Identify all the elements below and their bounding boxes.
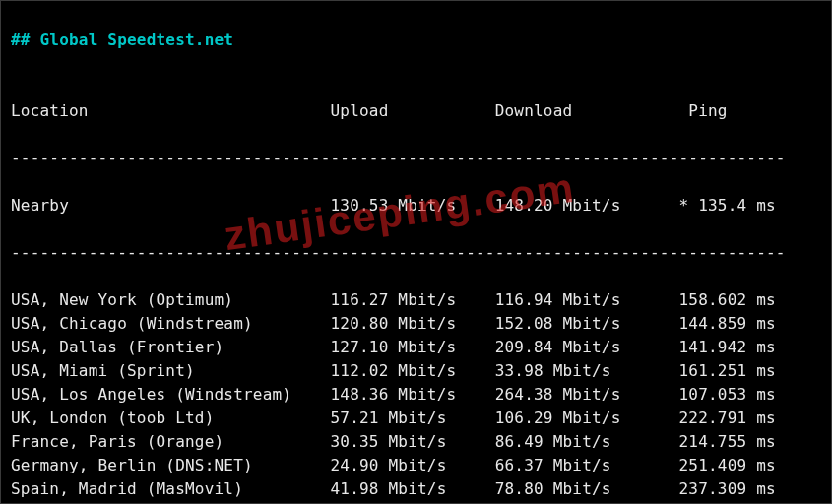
separator: ----------------------------------------…	[11, 241, 821, 265]
section-title: ## Global Speedtest.net	[11, 31, 233, 49]
header-row: Location Upload Download Ping	[11, 99, 821, 123]
blank-line	[11, 52, 821, 76]
col-location: Location Upload Download Ping	[11, 101, 728, 120]
results-body: USA, New York (Optimum) 116.27 Mbit/s 11…	[11, 290, 776, 504]
separator: ----------------------------------------…	[11, 147, 821, 170]
terminal-window: ## Global Speedtest.net Location Upload …	[0, 0, 832, 504]
nearby-row: Nearby 130.53 Mbit/s 148.20 Mbit/s * 135…	[11, 194, 821, 218]
